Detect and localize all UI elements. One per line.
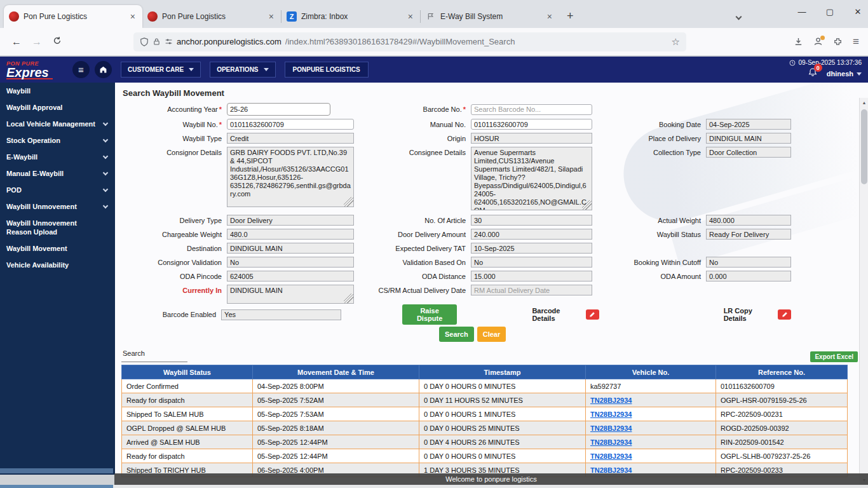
actual-weight-input[interactable] [706,215,791,226]
sidebar-item-local-vehicle-management[interactable]: Local Vehicle Management [0,116,115,132]
oda-distance-input[interactable] [471,271,592,281]
lr-copy-details-label: LR Copy Details [724,307,775,322]
sidebar-item-waybill-movement[interactable]: Waybill Movement [0,240,115,257]
lr-copy-details-edit-button[interactable] [778,309,791,320]
tab-eway-bill-system[interactable]: E-Way Bill System × [421,5,559,28]
chargeable-weight-input[interactable] [227,229,354,240]
oda-pincode-input[interactable] [227,271,354,281]
sidebar-item-waybill-unmovement[interactable]: Waybill Unmovement [0,198,115,215]
new-tab-button[interactable]: + [559,10,581,28]
manual-no-input[interactable] [471,119,592,130]
horizontal-scrollbar[interactable] [0,485,868,488]
expected-delivery-tat-label: Expected Delivery TAT [395,245,466,252]
oda-amount-input[interactable] [706,271,791,281]
ponpure-favicon [9,11,19,22]
tab-close-icon[interactable]: × [267,11,276,22]
waybill-no-input[interactable] [227,119,354,130]
sidebar-scrollbar[interactable] [0,468,113,473]
consignor-details-textarea[interactable]: GRB DAIRY FOODS PVT. LTD,No.39 & 44,SIPC… [227,147,354,207]
clear-button[interactable]: Clear [477,327,506,342]
currently-in-textarea[interactable]: DINDIGUL MAIN [227,285,354,304]
search-button[interactable]: Search [439,327,474,342]
close-button[interactable]: ✕ [853,7,863,17]
minimize-button[interactable]: — [797,7,807,17]
org-selector[interactable]: PONPURE LOGISTICS [285,62,369,78]
zimbra-favicon: Z [287,11,297,22]
place-of-delivery-input[interactable] [706,133,791,144]
booking-date-input[interactable] [706,119,791,130]
scrollbar-thumb[interactable] [861,109,867,184]
delivery-type-input[interactable] [227,215,354,226]
tab-close-icon[interactable]: × [545,11,554,22]
consignor-validation-input[interactable] [227,257,354,268]
bookmark-star-icon[interactable]: ☆ [672,36,680,48]
app-logo[interactable]: PON PURE Expres [6,60,67,79]
vehicle-no-link[interactable]: TN28BJ2934 [590,396,632,404]
menu-icon[interactable]: ≡ [853,36,859,48]
barcode-no-input[interactable] [471,104,592,115]
tab-list-button[interactable] [736,10,741,22]
door-delivery-amount-input[interactable] [471,229,592,240]
operations-menu[interactable]: OPERATIONS [210,62,275,78]
notifications-bell[interactable]: 0 [808,67,818,80]
sidebar-item-waybill-unmovement-reason-upload[interactable]: Waybill Unmovement Reason Upload [0,215,102,240]
accounting-year-input[interactable] [227,103,330,116]
sidebar-item-stock-operation[interactable]: Stock Operation [0,132,115,149]
vertical-scrollbar[interactable]: ▲ ▼ [859,98,868,485]
hamburger-menu-button[interactable]: ≡ [72,61,90,78]
back-button[interactable]: ← [6,36,27,48]
url-bar[interactable]: anchor.ponpurelogistics.com /index.html?… [133,32,686,51]
col-timestamp: Timestamp [419,365,586,379]
vehicle-no-link[interactable]: TN28BJ2934 [590,438,632,446]
origin-label: Origin [447,135,466,142]
forward-button[interactable]: → [27,36,47,48]
tab-zimbra-inbox[interactable]: Z Zimbra: Inbox × [281,5,420,28]
booking-within-cutoff-input[interactable] [706,257,791,268]
tab-close-icon[interactable]: × [406,11,415,22]
shield-icon[interactable] [140,37,149,46]
sidebar-item-manual-e-waybill[interactable]: Manual E-Waybill [0,165,115,182]
waybill-type-input[interactable] [227,133,354,144]
consignee-details-textarea[interactable]: Avenue Supermarts Limited,CUS1313/Avenue… [471,147,592,210]
horizontal-scrollbar-thumb[interactable] [0,485,113,488]
lock-icon[interactable] [153,37,161,46]
validation-based-on-input[interactable] [471,257,592,268]
sidebar-item-waybill-approval[interactable]: Waybill Approval [0,99,115,116]
origin-input[interactable] [471,133,592,144]
vehicle-no-link[interactable]: TN28BJ2934 [590,424,632,432]
maximize-button[interactable]: ▢ [825,7,835,17]
vehicle-no-link[interactable]: TN28BJ2934 [590,466,632,474]
sidebar-item-e-waybill[interactable]: E-Waybill [0,149,115,165]
barcode-details-edit-button[interactable] [586,309,599,320]
expected-delivery-tat-input[interactable] [471,243,592,254]
vehicle-no-link[interactable]: TN28BJ2934 [590,452,632,460]
export-excel-button[interactable]: Export Excel [810,351,858,362]
user-menu[interactable]: dhinesh [827,70,862,78]
extensions-icon[interactable] [833,37,843,46]
account-badge [820,36,825,40]
vehicle-no-link[interactable]: TN28BJ2934 [590,410,632,418]
sidebar-item-vehicle-availability[interactable]: Vehicle Availability [0,257,115,273]
downloads-icon[interactable] [794,37,803,46]
collection-type-input[interactable] [706,147,791,158]
results-search-input[interactable]: Search [121,349,187,362]
cs-rm-actual-delivery-date-input[interactable] [471,285,592,295]
waybill-status-input[interactable] [706,229,791,240]
reload-button[interactable] [47,36,67,48]
customer-care-menu[interactable]: CUSTOMER CARE [121,62,201,78]
raise-dispute-button[interactable]: Raise Dispute [402,304,458,325]
sidebar-item-pod[interactable]: POD [0,182,115,198]
no-of-article-input[interactable] [471,215,592,226]
scroll-up-arrow[interactable]: ▲ [860,98,868,107]
tab-pon-pure-logistics-2[interactable]: Pon Pure Logistics × [142,5,281,28]
tab-pon-pure-logistics-1[interactable]: Pon Pure Logistics × [4,5,142,28]
barcode-enabled-input[interactable] [221,309,341,320]
tab-close-icon[interactable]: × [128,11,137,22]
chevron-down-icon [103,153,108,158]
home-button[interactable] [95,61,112,78]
account-icon[interactable] [813,37,823,46]
destination-input[interactable] [227,243,354,254]
sidebar-item-waybill[interactable]: Waybill [0,83,115,99]
permissions-icon[interactable] [165,37,173,46]
chevron-down-icon [103,137,108,142]
